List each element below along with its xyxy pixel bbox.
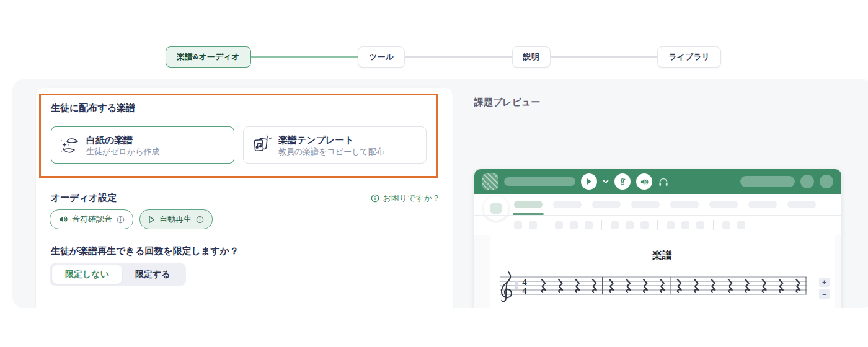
autoplay-toggle[interactable]: 自動再生 <box>140 209 213 229</box>
svg-text:4: 4 <box>522 286 527 296</box>
option-subtitle: 生徒がゼロから作成 <box>86 147 160 156</box>
option-score-template[interactable]: 楽譜テンプレート 教員の楽譜をコピーして配布 <box>243 126 427 164</box>
distribution-options: 白紙の楽譜 生徒がゼロから作成 <box>51 126 427 164</box>
info-icon <box>371 194 379 203</box>
audio-heading: オーディオ設定 <box>51 192 117 204</box>
tool-placeholder <box>696 221 704 229</box>
assignment-preview-window: 楽譜 44 + − <box>474 169 841 308</box>
score-staff: 44 <box>497 267 815 308</box>
playback-limit-switch: 限定しない 限定する <box>50 263 186 286</box>
distribution-heading: 生徒に配布する楽譜 <box>51 102 427 114</box>
title-placeholder <box>504 177 575 186</box>
tab-placeholder-active <box>514 201 542 208</box>
tool-placeholder <box>514 221 522 229</box>
zoom-controls: + − <box>819 278 830 299</box>
stepper-connector <box>405 56 512 58</box>
toolbar-circle-placeholder <box>800 175 814 188</box>
speaker-icon <box>58 215 68 224</box>
zoom-out-button[interactable]: − <box>819 289 830 299</box>
tool-placeholder <box>529 221 537 229</box>
tab-placeholder <box>709 201 738 208</box>
tab-placeholder <box>631 201 660 208</box>
divider <box>474 215 841 216</box>
tool-placeholder <box>570 221 578 229</box>
preview-tabs <box>514 201 816 208</box>
chevron-down-icon[interactable] <box>603 180 609 184</box>
stepper-connector <box>251 56 358 58</box>
metronome-button[interactable] <box>614 174 631 190</box>
preview-heading: 課題プレビュー <box>474 97 540 108</box>
stepper: 楽譜&オーディオ ツール 説明 ライブラリ <box>166 46 721 68</box>
tool-placeholder <box>722 221 730 229</box>
avatar-chip <box>490 203 502 214</box>
avatar <box>484 196 508 221</box>
stepper-connector <box>551 56 658 58</box>
tool-placeholder <box>611 221 619 229</box>
play-icon <box>148 216 155 224</box>
score-preview-area: 楽譜 44 + − <box>474 235 841 308</box>
option-subtitle: 教員の楽譜をコピーして配布 <box>278 147 384 156</box>
tab-placeholder <box>553 201 582 208</box>
tab-placeholder <box>670 201 699 208</box>
volume-button[interactable] <box>636 174 652 190</box>
option-blank-score[interactable]: 白紙の楽譜 生徒がゼロから作成 <box>51 126 234 164</box>
preview-tool-buttons <box>514 220 745 230</box>
limit-on-segment[interactable]: 限定する <box>122 265 184 284</box>
tab-placeholder <box>592 201 621 208</box>
note-feedback-toggle[interactable]: 音符確認音 <box>50 209 133 229</box>
step-description[interactable]: 説明 <box>512 46 551 68</box>
toggle-label: 自動再生 <box>159 214 192 225</box>
tool-placeholder <box>626 221 634 229</box>
divider <box>657 220 658 230</box>
option-title: 白紙の楽譜 <box>86 135 160 144</box>
help-link-label: お困りですか？ <box>383 193 440 204</box>
preview-tab-row <box>474 194 841 235</box>
tool-placeholder <box>681 221 689 229</box>
staff-row: 44 + − <box>490 267 835 308</box>
score-template-icon <box>251 134 272 156</box>
tool-placeholder <box>666 221 675 229</box>
tool-placeholder <box>737 221 745 229</box>
help-link[interactable]: お困りですか？ <box>371 193 440 204</box>
step-tools[interactable]: ツール <box>358 46 405 68</box>
step-library[interactable]: ライブラリ <box>657 46 721 68</box>
audio-settings-header: オーディオ設定 お困りですか？ <box>51 192 440 204</box>
magic-hands-icon <box>59 134 80 156</box>
info-icon <box>117 216 125 224</box>
option-title: 楽譜テンプレート <box>278 135 384 144</box>
score-title: 楽譜 <box>490 235 835 262</box>
limit-off-segment[interactable]: 限定しない <box>52 265 122 284</box>
wizard-body-panel: 生徒に配布する楽譜 白紙の楽譜 <box>12 79 868 308</box>
tool-placeholder <box>585 221 593 229</box>
tool-placeholder <box>640 221 649 229</box>
divider <box>713 220 714 230</box>
play-button[interactable] <box>581 174 597 190</box>
info-icon <box>196 216 204 224</box>
annotation-highlight-box: 生徒に配布する楽譜 白紙の楽譜 <box>39 94 438 178</box>
headphones-icon <box>658 177 669 187</box>
playback-limit-question: 生徒が楽譜再生できる回数を限定しますか？ <box>51 245 239 257</box>
toggle-label: 音符確認音 <box>72 214 112 225</box>
zoom-in-button[interactable]: + <box>819 278 830 287</box>
divider <box>601 220 602 230</box>
app-logo-placeholder <box>482 174 498 190</box>
score-page: 楽譜 44 + − <box>490 235 835 308</box>
audio-toggle-group: 音符確認音 自動再生 <box>50 209 213 229</box>
divider <box>546 220 546 230</box>
assignment-wizard-page: 楽譜&オーディオ ツール 説明 ライブラリ 生徒に配布する楽譜 <box>0 0 868 347</box>
tool-placeholder <box>555 221 563 229</box>
tab-placeholder <box>748 201 777 208</box>
step-score-audio[interactable]: 楽譜&オーディオ <box>166 46 251 68</box>
preview-toolbar <box>474 169 841 194</box>
tab-placeholder <box>787 201 816 208</box>
toolbar-circle-placeholder <box>820 175 833 188</box>
score-settings-card: 生徒に配布する楽譜 白紙の楽譜 <box>36 88 453 308</box>
action-placeholder <box>740 176 795 187</box>
